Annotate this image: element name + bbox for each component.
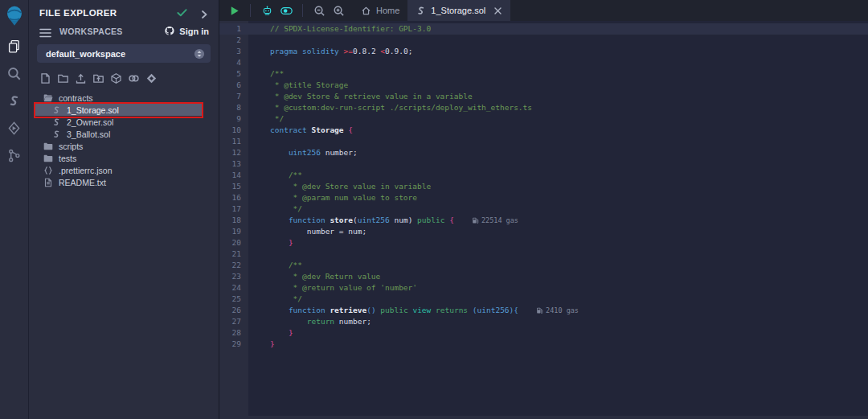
zoom-out-icon[interactable] [309,1,329,20]
line-number: 6 [219,80,248,91]
deploy-run-icon[interactable] [0,114,29,142]
home-icon [361,6,371,16]
code-line: 29} [219,339,868,350]
check-icon[interactable] [176,6,188,18]
file-explorer-icon[interactable] [0,32,29,60]
close-tab-icon[interactable] [493,6,502,15]
code-text: * @custom:dev-run-script ./scripts/deplo… [248,102,532,113]
code-text: } [248,327,293,339]
code-text: * @dev Return value [248,271,380,282]
file-actions-toolbar [29,63,219,88]
code-line: 18 function store(uint256 num) public {2… [219,215,868,226]
line-number: 16 [219,192,248,203]
line-number: 24 [219,282,248,294]
file-tree: contracts1_Storage.sol2_Owner.sol3_Ballo… [29,92,219,188]
tree-item-README.txt[interactable]: README.txt [29,176,219,188]
code-line: 5/** [219,68,868,80]
line-number: 15 [219,181,248,192]
tree-item-2_Owner.sol[interactable]: 2_Owner.sol [29,116,219,128]
code-text: } [248,237,293,249]
line-number: 7 [219,91,248,102]
upload-folder-icon[interactable] [92,72,104,84]
folder-icon [43,142,53,151]
solidity-file-icon [416,6,426,16]
tab-1-storage-sol[interactable]: 1_Storage.sol [407,0,510,21]
ai-assistant-icon[interactable] [257,1,276,20]
workspaces-menu-icon[interactable] [39,27,51,36]
search-icon[interactable] [0,60,29,87]
upload-file-icon[interactable] [75,72,87,84]
line-number: 20 [219,237,248,249]
tree-item-1_Storage.sol[interactable]: 1_Storage.sol [29,104,219,116]
code-line: 20 } [219,237,868,249]
code-text: /** [248,68,284,80]
solidity-compiler-icon[interactable] [0,87,29,114]
new-file-icon[interactable] [39,72,51,84]
tree-item-label: 3_Ballot.sol [67,129,110,139]
code-editor[interactable]: 1// SPDX-License-Identifier: GPL-3.023pr… [219,21,868,419]
code-text: /** [248,170,302,181]
tree-item-label: README.txt [59,178,106,187]
code-line: 9 */ [219,113,868,125]
tree-item-scripts[interactable]: scripts [29,140,219,152]
activity-bar [0,0,29,419]
code-line: 16 * @param num value to store [219,192,868,203]
code-text: */ [248,294,302,305]
tree-item-label: tests [59,154,76,163]
workspace-select-arrows-icon [194,48,205,60]
folder-icon [43,154,53,163]
tree-item-.prettierrc.json[interactable]: .prettierrc.json [29,164,219,176]
code-line: 26 function retrieve() public view retur… [219,305,868,316]
sign-in-button[interactable]: Sign in [164,26,209,37]
copilot-toggle[interactable] [276,1,296,20]
zoom-in-icon[interactable] [329,1,348,20]
line-number: 4 [219,57,248,68]
code-line: 24 * @return value of 'number' [219,282,868,294]
panel-title: FILE EXPLORER [39,8,176,18]
code-line: 22 /** [219,260,868,271]
code-text: * @return value of 'number' [248,282,417,294]
folder-open-icon [43,93,53,103]
line-number: 5 [219,68,248,80]
workspaces-label: WORKSPACES [59,27,164,36]
diamond-icon[interactable] [145,72,158,84]
code-line: 17 */ [219,203,868,215]
horizontal-scrollbar[interactable] [219,416,868,419]
code-text: number = num; [248,226,366,237]
code-text: * @param num value to store [248,192,417,203]
tab-bar: Home 1_Storage.sol [219,0,868,21]
code-text: * @dev Store & retrieve value in a varia… [248,91,473,102]
toolbar-divider [250,4,251,17]
code-line: 3pragma solidity >=0.8.2 <0.9.0; [219,46,868,57]
code-line: 14 /** [219,170,868,181]
tab-home[interactable]: Home [353,0,407,21]
toolbar-divider [302,4,303,17]
run-script-button[interactable] [224,1,244,20]
line-number: 10 [219,125,248,136]
tree-item-contracts[interactable]: contracts [29,92,219,104]
cube-icon[interactable] [110,72,122,84]
github-icon [164,26,175,37]
line-number: 22 [219,260,248,271]
code-line: 1// SPDX-License-Identifier: GPL-3.0 [219,23,868,35]
remix-logo-icon[interactable] [0,0,29,32]
workspace-selected-value: default_workspace [46,49,194,59]
workspace-select[interactable]: default_workspace [37,44,211,63]
code-line: 4 [219,57,868,68]
chevron-right-icon[interactable] [199,8,209,18]
line-number: 29 [219,339,248,350]
link-icon[interactable] [128,72,140,84]
code-line: 10contract Storage { [219,125,868,136]
sign-in-label: Sign in [179,27,209,36]
text-file-icon [43,178,53,187]
line-number: 8 [219,102,248,113]
code-line: 19 number = num; [219,226,868,237]
git-icon[interactable] [0,142,29,169]
tree-item-tests[interactable]: tests [29,152,219,164]
tree-item-3_Ballot.sol[interactable]: 3_Ballot.sol [29,128,219,140]
home-tab-label: Home [376,6,399,15]
code-text: */ [248,113,284,125]
line-number: 3 [219,46,248,57]
tree-item-label: 2_Owner.sol [67,117,113,127]
new-folder-icon[interactable] [57,72,69,84]
